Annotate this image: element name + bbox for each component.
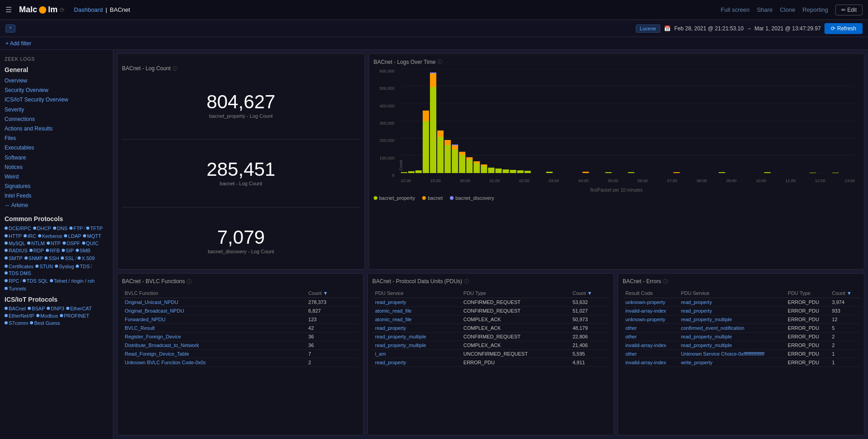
protocol-profinet[interactable]: PROFINET bbox=[60, 313, 89, 318]
protocol-dhcp[interactable]: DHCP bbox=[33, 225, 51, 232]
protocol-ssl[interactable]: SSL bbox=[61, 255, 74, 261]
hamburger-menu[interactable]: ☰ bbox=[5, 5, 12, 14]
protocol-stun[interactable]: STUN bbox=[35, 263, 53, 270]
pdu-row-1: atomic_read_fileCONFIRMED_REQUEST51,027 bbox=[372, 306, 609, 315]
protocol-ntlm[interactable]: NTLM bbox=[27, 241, 45, 246]
protocol-tds-dms[interactable]: TDS DMS bbox=[5, 270, 31, 276]
pdu-col-service[interactable]: PDU Service bbox=[372, 289, 461, 298]
protocol-syslog[interactable]: Syslog bbox=[55, 263, 74, 270]
protocol-tftp[interactable]: TFTP bbox=[86, 225, 103, 232]
protocol-modbus[interactable]: Modbus bbox=[36, 313, 58, 318]
errors-col-type[interactable]: PDU Type bbox=[785, 289, 829, 298]
bvlc-func-0: Original_Unicast_NPDU bbox=[122, 298, 306, 306]
protocol-ospf[interactable]: OSPF bbox=[63, 241, 80, 246]
protocol-mqtt[interactable]: MQTT bbox=[83, 233, 101, 239]
protocol-tunnels[interactable]: Tunnels bbox=[5, 286, 26, 291]
protocol-ssh[interactable]: SSH bbox=[44, 255, 59, 261]
errors-code-0: unknown-property bbox=[623, 298, 678, 306]
bvlc-col-func[interactable]: BVLC Function bbox=[122, 289, 306, 298]
protocol-bsap[interactable]: BSAP bbox=[28, 306, 45, 311]
protocol-radius[interactable]: RADIUS bbox=[5, 248, 28, 253]
fullscreen-link[interactable]: Full screen bbox=[721, 6, 750, 13]
protocol-ldap[interactable]: LDAP bbox=[64, 233, 81, 239]
protocol-telnet[interactable]: Telnet / rlogin / rsh bbox=[50, 278, 95, 284]
bvlc-count-1: 6,827 bbox=[306, 306, 359, 315]
bvlc-count-5: 36 bbox=[306, 341, 359, 349]
protocol-dns[interactable]: DNS bbox=[53, 225, 68, 232]
calendar-icon[interactable]: 📅 bbox=[664, 25, 671, 32]
log-count-label-0: bacnet_property - Log Count bbox=[122, 113, 360, 119]
protocol-x509[interactable]: X.509 bbox=[78, 255, 95, 261]
protocol-tds[interactable]: TDS bbox=[76, 263, 90, 270]
sidebar-item-connections[interactable]: Connections bbox=[5, 115, 108, 124]
legend-bacnet-property: bacnet_property bbox=[374, 195, 415, 201]
sidebar-item-actions-results[interactable]: Actions and Results bbox=[5, 124, 108, 134]
sidebar-item-software[interactable]: Software bbox=[5, 153, 108, 163]
errors-panel: BACnet - Errors ⓘ Result Code PDU Servic… bbox=[618, 273, 864, 436]
lucene-badge[interactable]: Lucene bbox=[636, 24, 660, 33]
protocol-snmp[interactable]: SNMP bbox=[24, 255, 43, 261]
protocol-certs[interactable]: Certificates bbox=[5, 263, 34, 270]
protocol-ethercat[interactable]: EtherCAT bbox=[66, 306, 92, 311]
protocol-ethernet-ip[interactable]: EtherNet/IP bbox=[5, 313, 34, 318]
reporting-link[interactable]: Reporting bbox=[803, 6, 828, 13]
protocol-tds-sql[interactable]: TDS SQL bbox=[23, 278, 48, 284]
add-filter-button[interactable]: + Add filter bbox=[5, 40, 31, 47]
sidebar-item-ics-security-overview[interactable]: ICS/IoT Security Overview bbox=[5, 95, 108, 105]
sidebar-item-severity[interactable]: Severity bbox=[5, 105, 108, 115]
protocol-best-guess[interactable]: Best Guess bbox=[30, 320, 60, 326]
svg-rect-25 bbox=[466, 157, 473, 159]
errors-col-count[interactable]: Count ▼ bbox=[829, 289, 860, 298]
protocol-mysql[interactable]: MySQL bbox=[5, 241, 25, 246]
errors-col-service[interactable]: PDU Service bbox=[678, 289, 785, 298]
breadcrumb-dashboard[interactable]: Dashboard bbox=[74, 6, 103, 13]
svg-rect-40 bbox=[673, 172, 679, 173]
refresh-button[interactable]: ⟳ Refresh bbox=[824, 23, 863, 34]
protocol-rdp[interactable]: RDP bbox=[29, 248, 44, 253]
sidebar-item-executables[interactable]: Executables bbox=[5, 143, 108, 153]
time-range: Feb 28, 2021 @ 21:21:53.10 → Mar 1, 2021… bbox=[674, 25, 821, 32]
sidebar-item-arkime[interactable]: ↔ Arkime bbox=[5, 201, 108, 210]
clone-link[interactable]: Clone bbox=[780, 6, 795, 13]
sidebar-item-weird[interactable]: Weird bbox=[5, 172, 108, 182]
errors-service-4: read_property_multiple bbox=[678, 332, 785, 341]
protocol-s7comm[interactable]: S7comm bbox=[5, 320, 28, 326]
protocol-ntp[interactable]: NTP bbox=[47, 241, 61, 246]
protocol-http[interactable]: HTTP bbox=[5, 233, 22, 239]
sidebar-item-security-overview[interactable]: Security Overview bbox=[5, 86, 108, 95]
protocol-smb[interactable]: SMB bbox=[76, 248, 91, 253]
protocol-kerberos[interactable]: Kerberos bbox=[38, 233, 63, 239]
svg-rect-24 bbox=[466, 159, 473, 173]
protocol-irc[interactable]: IRC bbox=[24, 233, 36, 239]
sidebar-item-signatures[interactable]: Signatures bbox=[5, 182, 108, 191]
pdu-col-count[interactable]: Count ▼ bbox=[570, 289, 609, 298]
errors-col-code[interactable]: Result Code bbox=[623, 289, 678, 298]
protocol-bacnet[interactable]: BACnet bbox=[5, 306, 26, 311]
sidebar-item-notices[interactable]: Notices bbox=[5, 163, 108, 172]
errors-row-1: invalid-array-indexread_propertyERROR_PD… bbox=[623, 306, 859, 315]
edit-button[interactable]: ✏ Edit bbox=[835, 5, 863, 15]
protocol-rfb[interactable]: RFB bbox=[46, 248, 60, 253]
bvlc-col-count[interactable]: Count ▼ bbox=[306, 289, 359, 298]
sidebar-item-files[interactable]: Files bbox=[5, 134, 108, 143]
ics-protocols-tags2: EtherNet/IP Modbus PROFINET bbox=[5, 313, 108, 318]
protocol-ftp[interactable]: FTP bbox=[69, 225, 83, 232]
pdu-col-type[interactable]: PDU Type bbox=[461, 289, 570, 298]
protocol-sip[interactable]: SIP bbox=[62, 248, 74, 253]
errors-row-5: invalid-array-indexread_property_multipl… bbox=[623, 341, 859, 349]
svg-rect-10 bbox=[423, 121, 429, 173]
sidebar-item-overview[interactable]: Overview bbox=[5, 76, 108, 86]
errors-type-2: ERROR_PDU bbox=[785, 315, 829, 323]
protocol-quic[interactable]: QUIC bbox=[82, 241, 99, 246]
protocol-rpc[interactable]: RPC bbox=[5, 278, 19, 284]
kql-query-input[interactable]: * bbox=[5, 24, 15, 33]
sidebar-item-intel-feeds[interactable]: Intel Feeds bbox=[5, 191, 108, 201]
legend-bacnet-discovery: bacnet_discovery bbox=[450, 195, 494, 201]
svg-rect-44 bbox=[832, 173, 839, 173]
bvlc-row-3: BVLC_Result42 bbox=[122, 323, 359, 332]
protocol-dce-rpc[interactable]: DCE/RPC bbox=[5, 225, 31, 232]
errors-service-2: read_property_multiple bbox=[678, 315, 785, 323]
share-link[interactable]: Share bbox=[757, 6, 773, 13]
protocol-dnp3[interactable]: DNP3 bbox=[47, 306, 64, 311]
protocol-smtp[interactable]: SMTP bbox=[5, 255, 23, 261]
